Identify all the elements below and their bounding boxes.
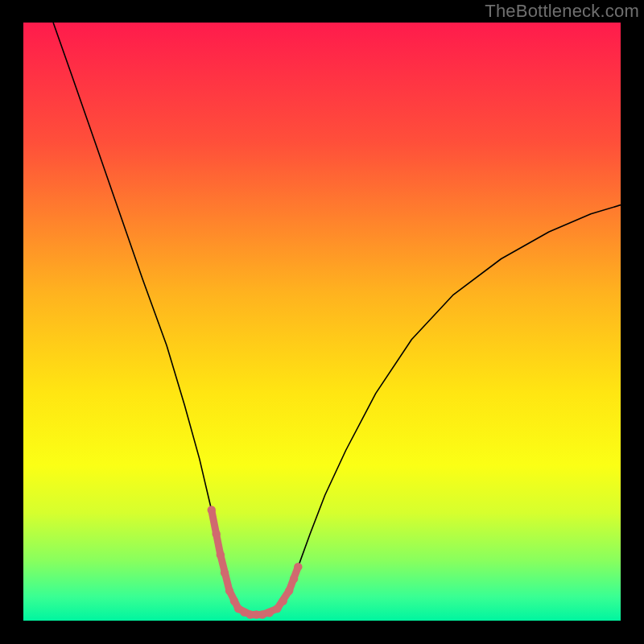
svg-point-16 — [294, 563, 302, 571]
plot-area — [23, 23, 621, 621]
svg-point-3 — [221, 568, 229, 576]
svg-point-2 — [217, 551, 225, 559]
chart-svg — [23, 23, 621, 621]
svg-point-13 — [279, 597, 287, 605]
svg-point-4 — [225, 587, 233, 595]
svg-point-5 — [230, 597, 238, 605]
svg-point-12 — [273, 605, 281, 613]
svg-point-11 — [266, 609, 274, 617]
svg-point-0 — [208, 506, 216, 514]
watermark-text: TheBottleneck.com — [485, 1, 639, 22]
svg-point-1 — [212, 530, 220, 538]
gradient-background — [23, 23, 621, 621]
chart-frame: TheBottleneck.com — [0, 0, 644, 644]
svg-point-14 — [285, 587, 293, 595]
svg-point-10 — [258, 610, 266, 618]
svg-point-15 — [290, 575, 298, 583]
